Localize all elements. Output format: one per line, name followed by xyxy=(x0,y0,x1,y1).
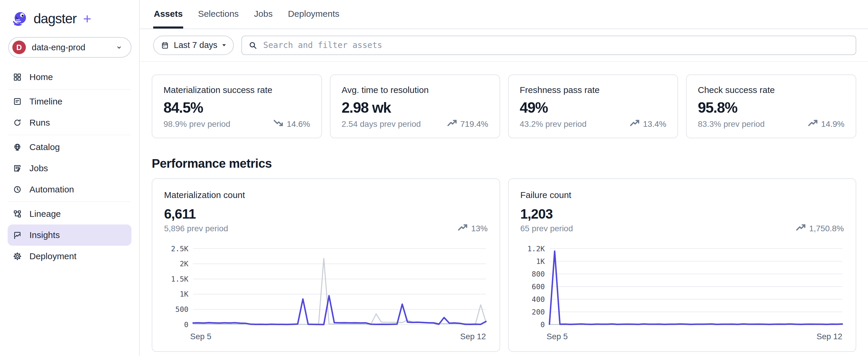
svg-text:1.2K: 1.2K xyxy=(527,244,545,253)
chart-delta: 1,750.8% xyxy=(796,224,844,233)
main-column: Assets Selections Jobs Deployments Last … xyxy=(140,0,868,356)
search-bar xyxy=(241,36,856,55)
sidebar-item-label: Jobs xyxy=(29,163,48,173)
failure-count-card: Failure count 1,203 65 prev period 1,750… xyxy=(508,178,857,352)
sidebar-item-catalog[interactable]: Catalog xyxy=(8,137,131,158)
brand-name: dagster xyxy=(33,10,76,27)
svg-text:400: 400 xyxy=(532,295,545,303)
sidebar-item-home[interactable]: Home xyxy=(8,66,131,88)
app-root: dagster + D data-eng-prod Home Time xyxy=(0,0,868,356)
metric-prev-period: 43.2% prev period xyxy=(520,119,587,129)
chart-value: 1,203 xyxy=(521,206,844,222)
search-input[interactable] xyxy=(262,40,849,50)
tab-deployments[interactable]: Deployments xyxy=(287,9,340,29)
sidebar-divider xyxy=(8,89,131,89)
materialization-count-card: Materialization count 6,611 5,896 prev p… xyxy=(152,178,500,352)
metric-card-check-success: Check success rate 95.8% 83.3% prev peri… xyxy=(686,75,856,138)
sidebar-divider xyxy=(8,202,131,202)
metric-value: 95.8% xyxy=(698,99,844,116)
tab-assets[interactable]: Assets xyxy=(153,9,183,29)
metric-title: Avg. time to resolution xyxy=(342,85,488,95)
metric-prev-period: 83.3% prev period xyxy=(698,119,765,129)
chart-delta: 13% xyxy=(458,224,488,233)
brand-logo[interactable]: dagster + xyxy=(0,0,139,27)
metric-prev-period: 98.9% prev period xyxy=(163,119,230,129)
svg-text:Sep 5: Sep 5 xyxy=(546,332,567,341)
metric-delta: 13.4% xyxy=(630,119,666,129)
chart-title: Failure count xyxy=(521,190,844,200)
svg-text:200: 200 xyxy=(532,307,545,316)
svg-text:600: 600 xyxy=(532,282,545,291)
insights-content: Materialization success rate 84.5% 98.9%… xyxy=(140,62,868,352)
chart-title: Materialization count xyxy=(164,190,488,200)
metric-cards-row: Materialization success rate 84.5% 98.9%… xyxy=(152,75,856,138)
top-nav: Assets Selections Jobs Deployments xyxy=(140,0,868,29)
svg-text:0: 0 xyxy=(184,320,188,329)
jobs-icon xyxy=(13,164,22,173)
metric-prev-period: 2.54 days prev period xyxy=(342,119,421,129)
deployment-selector[interactable]: D data-eng-prod xyxy=(8,37,131,58)
chevron-down-icon xyxy=(115,43,123,52)
dagster-octopus-icon xyxy=(12,10,29,27)
trend-up-icon xyxy=(808,119,818,129)
svg-text:500: 500 xyxy=(175,305,188,314)
svg-text:2.5K: 2.5K xyxy=(171,244,188,253)
metric-value: 84.5% xyxy=(163,99,310,116)
metric-title: Check success rate xyxy=(698,85,844,95)
failure-count-chart: 1.2K1K8006004002000Sep 5Sep 12 xyxy=(521,244,844,342)
section-title: Performance metrics xyxy=(152,156,856,171)
tab-jobs[interactable]: Jobs xyxy=(253,9,273,29)
svg-text:2K: 2K xyxy=(180,260,188,268)
svg-text:800: 800 xyxy=(532,269,545,278)
insights-flag-icon xyxy=(13,231,22,239)
sidebar-divider xyxy=(8,135,131,135)
sidebar-item-timeline[interactable]: Timeline xyxy=(8,91,131,112)
sidebar-item-label: Insights xyxy=(29,230,60,240)
metric-value: 49% xyxy=(520,99,666,116)
sidebar-item-runs[interactable]: Runs xyxy=(8,112,131,133)
sidebar-item-label: Home xyxy=(29,72,53,82)
chart-value: 6,611 xyxy=(164,206,488,222)
metric-card-materialization-success: Materialization success rate 84.5% 98.9%… xyxy=(152,75,322,138)
metric-value: 2.98 wk xyxy=(342,99,488,116)
trend-down-icon xyxy=(274,119,284,129)
timeline-icon xyxy=(13,97,22,106)
filter-bar: Last 7 days xyxy=(140,29,868,62)
trend-up-icon xyxy=(796,224,806,233)
runs-loop-icon xyxy=(13,118,22,127)
sidebar-item-insights[interactable]: Insights xyxy=(8,225,131,246)
brand-plus-badge: + xyxy=(83,10,91,27)
caret-down-icon xyxy=(222,44,226,47)
deployment-name: data-eng-prod xyxy=(32,43,109,52)
sidebar-item-label: Runs xyxy=(29,118,50,128)
sidebar-item-lineage[interactable]: Lineage xyxy=(8,203,131,225)
svg-text:Sep 5: Sep 5 xyxy=(190,332,211,341)
home-grid-icon xyxy=(13,73,22,82)
date-range-selector[interactable]: Last 7 days xyxy=(153,36,234,55)
trend-up-icon xyxy=(630,119,640,129)
sidebar-nav: Home Timeline Runs Catalog xyxy=(0,66,139,267)
lineage-graph-icon xyxy=(13,209,22,218)
svg-text:Sep 12: Sep 12 xyxy=(816,332,842,341)
chart-prev-period: 5,896 prev period xyxy=(164,224,228,233)
gear-icon xyxy=(13,252,22,261)
sidebar-item-deployment[interactable]: Deployment xyxy=(8,246,131,267)
metric-delta: 14.6% xyxy=(274,119,310,129)
tab-selections[interactable]: Selections xyxy=(197,9,239,29)
metric-delta: 14.9% xyxy=(808,119,844,129)
sidebar-item-label: Timeline xyxy=(29,96,62,107)
chart-prev-period: 65 prev period xyxy=(521,224,573,233)
charts-row: Materialization count 6,611 5,896 prev p… xyxy=(152,178,856,352)
metric-card-freshness-pass: Freshness pass rate 49% 43.2% prev perio… xyxy=(508,75,678,138)
date-range-label: Last 7 days xyxy=(174,40,217,50)
sidebar-item-jobs[interactable]: Jobs xyxy=(8,158,131,179)
deployment-avatar: D xyxy=(12,40,26,54)
sidebar-item-automation[interactable]: Automation xyxy=(8,179,131,200)
metric-delta: 719.4% xyxy=(447,119,488,129)
sidebar-item-label: Catalog xyxy=(29,142,60,152)
svg-text:1K: 1K xyxy=(536,257,545,265)
sidebar: dagster + D data-eng-prod Home Time xyxy=(0,0,140,356)
sidebar-item-label: Lineage xyxy=(29,209,61,219)
metric-card-time-to-resolution: Avg. time to resolution 2.98 wk 2.54 day… xyxy=(330,75,500,138)
trend-up-icon xyxy=(458,224,468,233)
